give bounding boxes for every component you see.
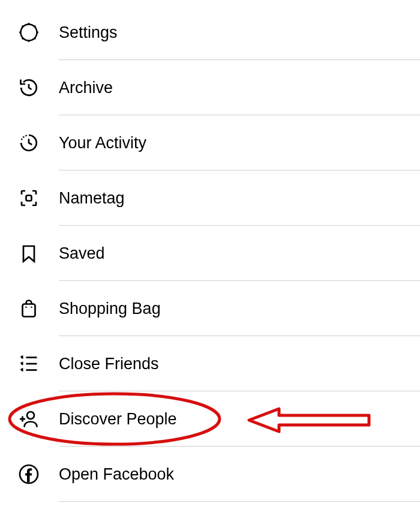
divider — [59, 501, 420, 502]
svg-point-7 — [31, 307, 32, 308]
shopping-bag-icon — [18, 298, 59, 319]
menu-item-archive[interactable]: Archive — [0, 60, 420, 115]
menu-item-label: Discover People — [59, 410, 177, 429]
menu-item-close-friends[interactable]: Close Friends — [0, 336, 420, 391]
svg-point-0 — [21, 25, 37, 41]
saved-icon — [18, 242, 59, 264]
menu-item-settings[interactable]: Settings — [0, 5, 420, 60]
menu-item-activity[interactable]: Your Activity — [0, 115, 420, 170]
archive-icon — [18, 77, 59, 98]
menu-item-label: Close Friends — [59, 355, 159, 373]
menu-item-label: Your Activity — [59, 134, 146, 152]
settings-icon — [18, 22, 59, 43]
menu-item-label: Settings — [59, 23, 118, 42]
svg-rect-5 — [23, 304, 35, 317]
svg-point-2 — [23, 136, 25, 138]
svg-point-11 — [27, 412, 34, 419]
nametag-icon — [18, 187, 59, 209]
close-friends-icon — [18, 353, 59, 375]
menu-item-label: Shopping Bag — [59, 300, 161, 318]
menu-item-nametag[interactable]: Nametag — [0, 170, 420, 226]
activity-icon — [18, 132, 59, 154]
discover-people-icon — [18, 408, 59, 430]
menu-item-label: Saved — [59, 244, 105, 263]
svg-point-6 — [25, 307, 26, 308]
facebook-icon — [18, 463, 59, 485]
menu-item-shopping-bag[interactable]: Shopping Bag — [0, 281, 420, 336]
menu-item-label: Archive — [59, 79, 113, 97]
menu-item-label: Nametag — [59, 189, 125, 208]
svg-point-1 — [21, 139, 23, 140]
svg-point-3 — [25, 135, 27, 137]
menu-item-label: Open Facebook — [59, 465, 174, 484]
menu-item-open-facebook[interactable]: Open Facebook — [0, 447, 420, 502]
menu-item-saved[interactable]: Saved — [0, 226, 420, 281]
menu-item-discover-people[interactable]: Discover People — [0, 391, 420, 447]
profile-menu: Settings Archive Your Activity — [0, 0, 420, 502]
svg-rect-4 — [26, 196, 32, 201]
